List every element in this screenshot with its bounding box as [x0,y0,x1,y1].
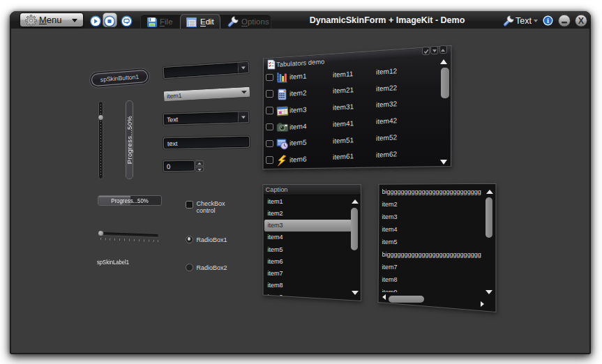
svg-text:i: i [547,17,549,24]
svg-text:X: X [578,16,585,26]
